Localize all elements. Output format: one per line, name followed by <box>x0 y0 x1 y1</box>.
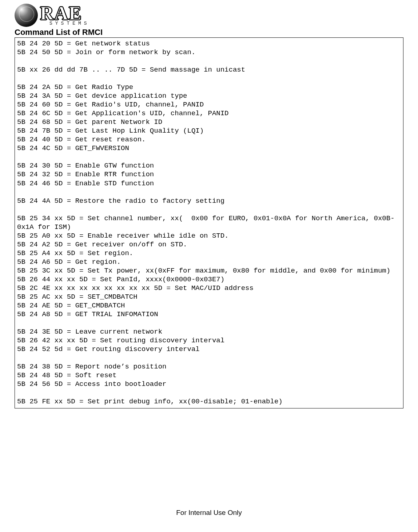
logo-globe-icon <box>15 4 38 27</box>
command-list: 5B 24 20 5D = Get network status 5B 24 5… <box>15 37 403 408</box>
logo-systems: SYSTEMS <box>49 21 90 26</box>
footer: For Internal Use Only <box>0 509 418 517</box>
logo-text: RAE SYSTEMS <box>40 5 90 25</box>
logo: RAE SYSTEMS <box>15 4 403 27</box>
page: RAE SYSTEMS Command List of RMCI 5B 24 2… <box>0 0 418 532</box>
page-title: Command List of RMCI <box>15 28 403 37</box>
logo-rae: RAE <box>40 5 90 22</box>
